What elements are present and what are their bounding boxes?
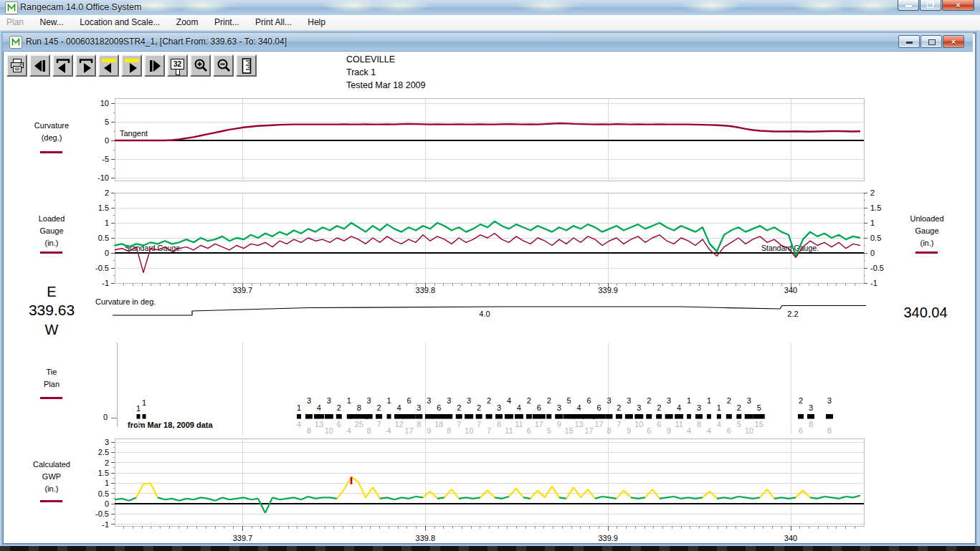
menu-item-help[interactable]: Help [301,15,332,27]
header-track: Track 1 [346,67,376,77]
unloaded-gauge-legend-swatch [915,251,938,254]
curvature-panel-label: Curvature(deg.) [17,120,86,144]
gwp-legend-swatch [40,500,62,502]
loaded-gauge-legend-swatch [40,251,62,254]
arrow-right-bracket-icon [78,57,94,75]
milepost-32-button[interactable]: 32 [167,54,188,77]
defect-left-button[interactable] [98,54,119,77]
menu-item-zoom[interactable]: Zoom [170,15,205,27]
menu-item-new[interactable]: New... [33,15,70,27]
tie-plan-legend-swatch [40,397,62,399]
chart-window-icon [9,36,22,49]
menu-item-print-all[interactable]: Print All... [249,15,298,27]
restore-button[interactable] [920,0,941,11]
child-minimize-button[interactable] [898,35,920,48]
child-maximize-button[interactable] [920,35,942,48]
arrow-right-yellow-icon [124,57,140,75]
restore-icon [927,2,933,8]
tie-plan-panel-label: TiePlan [17,366,86,391]
zoom-in-icon [193,57,209,75]
menu-item-print[interactable]: Print... [208,15,246,27]
app-titlebar: Rangecam 14.0 Office System × [0,0,980,15]
close-icon: × [943,36,964,48]
section-right-button[interactable] [75,54,96,77]
printer-icon [9,57,25,75]
direction-west-label: W [28,322,75,338]
end-milepost-label: 340.04 [894,305,957,321]
print-button[interactable] [6,54,27,77]
unloaded-gauge-panel-label: UnloadedGauge(in.) [893,213,961,249]
chart-window-titlebar: Run 145 - 000603182009STR4_1, [Chart Fro… [3,33,973,52]
gwp-panel-label: CalculatedGWP(in.) [17,459,86,495]
loaded-gauge-panel-label: LoadedGauge(in.) [17,213,86,249]
menu-item-location-and-scale[interactable]: Location and Scale... [73,15,166,27]
child-close-button[interactable]: × [943,35,964,48]
milepost-sign-icon: 32 [171,59,184,70]
arrow-right-bar-icon [147,57,163,75]
menu-item-plan[interactable]: Plan [0,15,30,27]
toolbar: 32 [6,54,257,77]
strip-label: Curvature in deg. [95,297,156,306]
zoom-out-button[interactable] [213,54,234,77]
curvature-legend-swatch [40,151,62,153]
milepost-post-icon [176,70,180,75]
strip-segment-value: 2.2 [779,310,807,318]
zoom-in-button[interactable] [190,54,211,77]
page-right-button[interactable] [144,54,165,77]
direction-east-label: E [28,284,75,300]
taskbar-strip [0,546,980,551]
page-left-button[interactable] [29,54,50,77]
close-icon: × [943,0,974,10]
start-milepost-label: 339.63 [19,302,84,319]
minimize-button[interactable] [898,0,919,11]
zoom-out-icon [216,57,232,75]
minimize-icon [906,42,913,44]
header-location: COLEVILLE [346,54,395,64]
app-window: Rangecam 14.0 Office System × Plan New..… [0,0,980,551]
strip-segment-value: 4.0 [470,310,499,318]
ruler-button[interactable] [236,54,257,77]
defect-right-button[interactable] [121,54,142,77]
app-icon [5,1,18,14]
app-title: Rangecam 14.0 Office System [20,2,141,12]
header-tested-date: Tested Mar 18 2009 [346,80,426,90]
maximize-icon [928,39,936,45]
section-left-button[interactable] [52,54,73,77]
close-button[interactable]: × [942,0,974,11]
minimize-icon [905,5,912,7]
arrow-left-bar-icon [32,57,48,75]
chart-window-title: Run 145 - 000603182009STR4_1, [Chart Fro… [26,37,287,47]
arrow-left-bracket-icon [55,57,71,75]
ruler-icon [239,57,254,75]
tie-plan-note: from Mar 18, 2009 data [128,421,213,429]
arrow-left-yellow-icon [101,57,117,75]
chart-window [1,32,977,545]
menu-bar: Plan New... Location and Scale... Zoom P… [0,15,980,31]
